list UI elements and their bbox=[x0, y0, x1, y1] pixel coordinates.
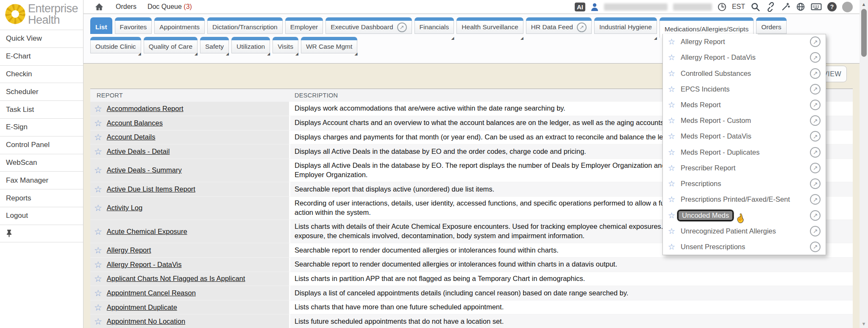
report-link[interactable]: Active Due List Items Report bbox=[107, 185, 195, 193]
wand-icon[interactable] bbox=[781, 2, 790, 11]
dropdown-item-label[interactable]: Meds Report - Custom bbox=[681, 117, 751, 125]
favorite-star-icon[interactable]: ☆ bbox=[668, 243, 675, 251]
help-icon[interactable]: ? bbox=[827, 2, 837, 11]
report-link[interactable]: Allergy Report bbox=[107, 246, 151, 254]
link-icon[interactable] bbox=[766, 2, 776, 12]
scroll-down-arrow-icon[interactable]: ▼ bbox=[860, 321, 868, 326]
clock-icon[interactable] bbox=[718, 3, 726, 11]
report-column-header[interactable]: REPORT bbox=[90, 92, 290, 99]
external-link-icon[interactable]: ↗ bbox=[810, 178, 821, 189]
tab[interactable]: HR Data Feed ↗ ◢ bbox=[526, 17, 592, 38]
tab[interactable]: Favorites ◢ bbox=[115, 17, 152, 38]
favorite-star-icon[interactable]: ☆ bbox=[668, 69, 675, 78]
tab[interactable]: Employer ◢ bbox=[285, 17, 323, 38]
dropdown-item-label[interactable]: EPCS Incidents bbox=[681, 85, 730, 93]
tab[interactable]: Safety ◢ bbox=[200, 37, 229, 53]
user-icon[interactable] bbox=[591, 3, 598, 11]
dropdown-item-label[interactable]: Meds Report - Duplicates bbox=[681, 148, 760, 156]
favorite-star-icon[interactable]: ☆ bbox=[94, 119, 102, 128]
favorite-star-icon[interactable]: ☆ bbox=[94, 274, 102, 283]
ai-assistant-button[interactable]: AI bbox=[575, 3, 585, 11]
sidebar-item[interactable]: Reports bbox=[0, 189, 83, 207]
dropdown-item-label[interactable]: Prescriber Report bbox=[681, 164, 735, 172]
dropdown-item[interactable]: ☆ Uncoded Meds ☝ ↗ bbox=[663, 207, 826, 223]
favorite-star-icon[interactable]: ☆ bbox=[94, 289, 102, 297]
favorite-star-icon[interactable]: ☆ bbox=[94, 104, 102, 113]
favorite-star-icon[interactable]: ☆ bbox=[668, 180, 675, 188]
external-link-icon[interactable]: ↗ bbox=[810, 194, 821, 205]
report-link[interactable]: Acute Chemical Exposure bbox=[107, 228, 187, 236]
dropdown-item[interactable]: ☆ EPCS Incidents ☝ ↗ bbox=[663, 81, 826, 97]
scroll-up-arrow-icon[interactable]: ▲ bbox=[860, 2, 868, 7]
dropdown-item[interactable]: ☆ Prescriptions Printed/Faxed/E-Sent ☝ ↗ bbox=[663, 192, 826, 207]
sidebar-item[interactable]: Fax Manager bbox=[0, 171, 83, 189]
sidebar-item[interactable]: E-Chart bbox=[0, 47, 83, 65]
external-link-icon[interactable]: ↗ bbox=[810, 226, 821, 236]
favorite-star-icon[interactable]: ☆ bbox=[668, 164, 675, 172]
sidebar-item[interactable]: Quick View bbox=[0, 30, 83, 47]
dropdown-item[interactable]: ☆ Meds Report - DataVis ☝ ↗ bbox=[663, 128, 826, 144]
dropdown-item[interactable]: ☆ Meds Report ☝ ↗ bbox=[663, 97, 826, 113]
favorite-star-icon[interactable]: ☆ bbox=[94, 227, 102, 236]
dropdown-item-label[interactable]: Allergy Report bbox=[681, 38, 725, 46]
globe-icon[interactable] bbox=[796, 2, 805, 11]
favorite-star-icon[interactable]: ☆ bbox=[668, 211, 675, 220]
tab[interactable]: Industrial Hygiene ◢ bbox=[594, 17, 657, 38]
favorite-star-icon[interactable]: ☆ bbox=[94, 185, 102, 194]
report-link[interactable]: Appointment Duplicate bbox=[107, 303, 177, 311]
report-link[interactable]: Activity Log bbox=[107, 204, 142, 212]
tab[interactable]: Quality of Care ◢ bbox=[144, 37, 198, 53]
sidebar-item[interactable]: Task List bbox=[0, 100, 83, 118]
external-link-icon[interactable]: ↗ bbox=[810, 52, 821, 63]
dropdown-item-label[interactable]: Unsent Prescriptions bbox=[681, 243, 745, 251]
scrollbar-thumb[interactable] bbox=[861, 9, 867, 57]
external-link-icon[interactable]: ↗ bbox=[397, 22, 407, 32]
favorite-star-icon[interactable]: ☆ bbox=[668, 85, 675, 93]
favorite-star-icon[interactable]: ☆ bbox=[668, 227, 675, 235]
dropdown-item[interactable]: ☆ Meds Report - Custom ☝ ↗ bbox=[663, 113, 826, 128]
report-link[interactable]: Active Deals - Detail bbox=[107, 147, 170, 156]
favorite-star-icon[interactable]: ☆ bbox=[94, 303, 102, 312]
sidebar-item[interactable]: Checkin bbox=[0, 65, 83, 83]
external-link-icon[interactable]: ↗ bbox=[810, 210, 821, 221]
sidebar-item[interactable]: Scheduler bbox=[0, 83, 83, 100]
tab[interactable]: Visits ◢ bbox=[273, 37, 298, 53]
keyboard-icon[interactable] bbox=[811, 3, 822, 11]
sidebar-item[interactable]: Logout bbox=[0, 207, 83, 225]
favorite-star-icon[interactable]: ☆ bbox=[668, 53, 675, 61]
dropdown-item-label[interactable]: Allergy Report - DataVis bbox=[681, 53, 756, 61]
favorite-star-icon[interactable]: ☆ bbox=[94, 246, 102, 255]
tab[interactable]: Appointments ◢ bbox=[154, 17, 205, 38]
tab[interactable]: List ◢ bbox=[90, 17, 112, 38]
breadcrumb-orders[interactable]: Orders bbox=[116, 3, 136, 11]
sidebar-pin-row[interactable] bbox=[0, 225, 83, 242]
favorite-star-icon[interactable]: ☆ bbox=[668, 117, 675, 125]
report-link[interactable]: Applicant Charts Not Flagged as Is Appli… bbox=[107, 275, 245, 283]
favorite-star-icon[interactable]: ☆ bbox=[668, 148, 675, 156]
tab[interactable]: WR Case Mgmt ◢ bbox=[301, 37, 357, 53]
dropdown-item[interactable]: ☆ Allergy Report ☝ ↗ bbox=[663, 34, 826, 50]
external-link-icon[interactable]: ↗ bbox=[810, 68, 821, 79]
favorite-star-icon[interactable]: ☆ bbox=[94, 133, 102, 142]
tab[interactable]: Executive Dashboard ↗ ◢ bbox=[326, 17, 412, 38]
tab[interactable]: Health Surveillance ◢ bbox=[456, 17, 523, 38]
tab[interactable]: Financials ◢ bbox=[415, 17, 454, 38]
favorite-star-icon[interactable]: ☆ bbox=[94, 317, 102, 326]
dropdown-item-label[interactable]: Uncoded Meds bbox=[677, 210, 734, 221]
tab[interactable]: Outside Clinic ◢ bbox=[90, 37, 141, 53]
sidebar-item[interactable]: WebScan bbox=[0, 154, 83, 172]
role-redacted[interactable] bbox=[673, 3, 712, 11]
report-link[interactable]: Account Details bbox=[107, 133, 156, 141]
dropdown-item-label[interactable]: Controlled Substances bbox=[681, 69, 751, 78]
dropdown-item-label[interactable]: Meds Report - DataVis bbox=[681, 132, 751, 140]
report-link[interactable]: Account Balances bbox=[107, 119, 163, 127]
external-link-icon[interactable]: ↗ bbox=[810, 242, 821, 252]
pin-icon[interactable] bbox=[6, 229, 12, 237]
external-link-icon[interactable]: ↗ bbox=[810, 147, 821, 158]
sidebar-item[interactable]: Control Panel bbox=[0, 136, 83, 154]
favorite-star-icon[interactable]: ☆ bbox=[94, 260, 102, 269]
favorite-star-icon[interactable]: ☆ bbox=[668, 101, 675, 109]
dropdown-item[interactable]: ☆ Unrecognized Patient Allergies ☝ ↗ bbox=[663, 223, 826, 239]
username-redacted[interactable] bbox=[604, 3, 668, 11]
dropdown-item[interactable]: ☆ Prescriber Report ☝ ↗ bbox=[663, 160, 826, 176]
